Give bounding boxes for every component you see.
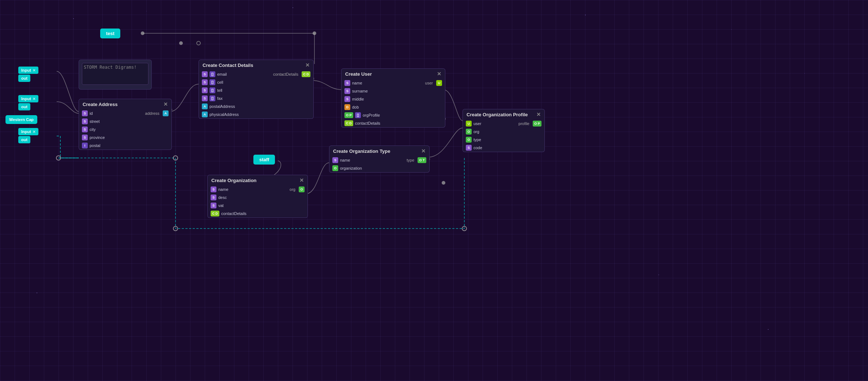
create-user-close[interactable]: ✕: [437, 71, 441, 77]
western-cap-label: Western Cap: [9, 117, 34, 122]
user-surname-row: S surname: [341, 87, 445, 95]
orgtype-name-row: S name type O T: [329, 156, 429, 164]
create-organization-close[interactable]: ✕: [299, 177, 304, 183]
input3-close[interactable]: ✕: [33, 130, 35, 134]
badge-s-org-vat: S: [211, 203, 216, 208]
create-org-type-header: Create Organization Type ✕: [329, 146, 429, 156]
field-email: email: [217, 72, 271, 76]
user-name-row: S name user U: [341, 79, 445, 87]
org-vat-row: S vat: [208, 201, 307, 210]
field-org-name: name: [218, 187, 288, 192]
input3-out: out: [21, 137, 27, 142]
badge-s-surname: S: [344, 88, 350, 94]
badge-s-org-desc: S: [211, 195, 216, 200]
test-label-node[interactable]: test: [100, 29, 120, 38]
input-node-1[interactable]: Input ✕ out: [18, 67, 38, 82]
staff-label-node[interactable]: staff: [253, 155, 275, 165]
input2-label: Input: [21, 97, 31, 101]
address-city-row: S city: [79, 125, 171, 133]
badge-bracket-orgprofile: []: [355, 112, 361, 118]
field-orgprofile-user: user: [473, 121, 517, 126]
contact-postal-row: A postalAddress: [199, 102, 313, 110]
badge-cd-org-contact: C D: [211, 211, 219, 216]
field-city: city: [90, 127, 169, 132]
badge-s-province: S: [82, 135, 88, 140]
address-street-row: S street: [79, 117, 171, 125]
output-contactdetails-label: contactDetails: [273, 72, 298, 76]
contact-cell-row: S [] cell: [199, 78, 313, 86]
badge-ot-type: O T: [418, 157, 426, 163]
field-orgprofile-type: type: [473, 137, 541, 142]
field-cell: cell: [217, 80, 310, 84]
badge-a-physical: A: [202, 112, 208, 117]
badge-bracket-fax: []: [210, 95, 215, 101]
create-address-close[interactable]: ✕: [163, 101, 168, 107]
field-province: province: [90, 135, 169, 140]
output-type-label: type: [407, 158, 414, 162]
field-orgprofile-org: org: [473, 129, 541, 134]
create-org-profile-close[interactable]: ✕: [536, 112, 541, 117]
input2-close[interactable]: ✕: [33, 97, 35, 101]
badge-d-dob: D: [344, 104, 350, 110]
badge-s-middle: S: [344, 96, 350, 102]
create-contact-details-close[interactable]: ✕: [305, 62, 310, 68]
badge-u-orgprofile-user: U: [466, 121, 472, 127]
textarea-content[interactable]: STORM React Digrams!: [82, 63, 148, 85]
textarea-node: STORM React Digrams!: [79, 60, 152, 90]
field-orgtype-org: organization: [340, 166, 426, 170]
input-node-2[interactable]: Input ✕ out: [18, 95, 38, 110]
field-middle: middle: [352, 97, 442, 101]
staff-label-text: staff: [259, 157, 269, 162]
create-user-title: Create User: [345, 71, 372, 77]
input1-close[interactable]: ✕: [33, 68, 35, 72]
badge-cd-email: C D: [302, 71, 310, 77]
field-org-contact: contactDetails: [221, 211, 305, 216]
badge-o-orgprofile-org: O: [466, 129, 472, 135]
create-organization-title: Create Organization: [211, 178, 257, 183]
create-contact-details-header: Create Contact Details ✕: [199, 60, 313, 70]
output-org-label: org: [290, 187, 295, 192]
contact-email-row: S [] email contactDetails C D: [199, 70, 313, 78]
user-dob-row: D dob: [341, 103, 445, 111]
field-physicaladdress: physicalAddress: [210, 112, 310, 117]
org-desc-row: S desc: [208, 193, 307, 201]
orgprofile-user-row: U user profile O P: [463, 120, 544, 128]
western-cap-node[interactable]: Western Cap: [5, 115, 37, 124]
field-id: id: [90, 111, 143, 116]
contact-fax-row: S [] fax: [199, 94, 313, 102]
badge-bracket-email: []: [210, 71, 215, 77]
orgprofile-code-row: S code: [463, 144, 544, 152]
create-organization-node: Create Organization ✕ S name org O S des…: [207, 175, 308, 218]
badge-s-city: S: [82, 127, 88, 132]
address-postal-row: I postal: [79, 142, 171, 150]
badge-o-orgtype-org: O: [332, 165, 338, 171]
badge-s-id: S: [82, 110, 88, 116]
create-org-type-close[interactable]: ✕: [421, 148, 426, 154]
badge-s-orgprofile-code: S: [466, 145, 472, 151]
org-contact-row: C D contactDetails: [208, 210, 307, 218]
create-address-title: Create Address: [83, 102, 118, 107]
field-orgtype-name: name: [340, 158, 405, 162]
contact-tell-row: S [] tell: [199, 86, 313, 94]
create-organization-header: Create Organization ✕: [208, 175, 307, 185]
field-contactdetails: contactDetails: [355, 121, 442, 125]
output-profile-label: profile: [518, 121, 529, 126]
badge-s-street: S: [82, 118, 88, 124]
field-orgprofile-code: code: [473, 146, 541, 150]
badge-bracket-cell: []: [210, 79, 215, 85]
input-node-3[interactable]: Input ✕ out: [18, 128, 38, 143]
field-org-desc: desc: [218, 195, 305, 200]
badge-a-postal: A: [202, 103, 208, 109]
field-tell: tell: [217, 88, 310, 93]
input2-out: out: [21, 105, 27, 109]
badge-o-org: O: [299, 186, 305, 192]
badge-s-org-name: S: [211, 186, 216, 192]
create-address-header: Create Address ✕: [79, 99, 171, 109]
grid-background: [0, 0, 868, 381]
create-contact-details-title: Create Contact Details: [203, 63, 253, 68]
field-postaladdress: postalAddress: [210, 104, 310, 109]
org-name-row: S name org O: [208, 185, 307, 193]
create-org-type-node: Create Organization Type ✕ S name type O…: [329, 146, 430, 173]
field-orgprofile: orgProfile: [363, 113, 442, 117]
address-id-row: S id address A: [79, 109, 171, 117]
